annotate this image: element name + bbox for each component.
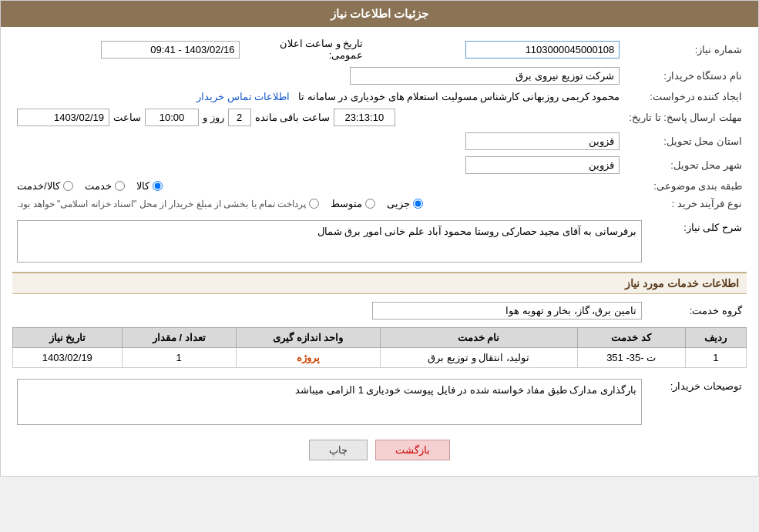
row-category: طبقه بندی موضوعی: کالا/خدمت خدمت کالا	[12, 177, 747, 195]
need-number-value: 1103000045000108	[465, 41, 620, 59]
creator-label: ایجاد کننده درخواست:	[624, 88, 747, 105]
service-group-value: تامین برق، گاز، بخار و تهویه هوا	[372, 302, 642, 320]
org-name-value: شرکت توزیع نیروی برق	[350, 67, 620, 85]
process-jozi[interactable]: جزیی	[387, 198, 423, 209]
process-radio-group: پرداخت تمام یا بخشی از مبلغ خریدار از مح…	[17, 198, 620, 209]
service-group-label: گروه خدمت:	[646, 299, 747, 323]
table-row: 1ت -35- 351تولید، انتقال و توزیع برقپروژ…	[13, 348, 747, 368]
process-motevaset[interactable]: متوسط	[331, 198, 375, 209]
narration-label: شرح کلی نیاز:	[646, 217, 747, 266]
buyer-desc-label: توصیحات خریدار:	[646, 376, 747, 428]
page-header: جزئیات اطلاعات نیاز	[1, 1, 758, 27]
category-label: طبقه بندی موضوعی:	[624, 177, 747, 195]
category-kala[interactable]: کالا	[136, 180, 163, 192]
need-number-label: شماره نیاز:	[624, 35, 747, 64]
col-unit: واحد اندازه گیری	[236, 328, 380, 348]
cell-name: تولید، انتقال و توزیع برق	[380, 348, 577, 368]
cell-unit: پروژه	[236, 348, 380, 368]
category-khedmat[interactable]: خدمت	[85, 180, 125, 192]
services-table-body: 1ت -35- 351تولید، انتقال و توزیع برقپروژ…	[13, 348, 747, 368]
deadline-label: مهلت ارسال پاسخ: تا تاریخ:	[624, 105, 747, 129]
cell-code: ت -35- 351	[577, 348, 685, 368]
col-name: نام خدمت	[380, 328, 577, 348]
cell-date: 1403/02/19	[13, 348, 123, 368]
services-table-head: ردیف کد خدمت نام خدمت واحد اندازه گیری ت…	[13, 328, 747, 348]
back-button[interactable]: بازگشت	[375, 440, 450, 460]
col-date: تاریخ نیاز	[13, 328, 123, 348]
services-table-header-row: ردیف کد خدمت نام خدمت واحد اندازه گیری ت…	[13, 328, 747, 348]
deadline-row: 1403/02/19 ساعت 10:00 روز و 2 ساعت باقی …	[17, 109, 620, 126]
page-wrapper: جزئیات اطلاعات نیاز شماره نیاز: 11030000…	[0, 0, 759, 477]
row-province: استان محل تحویل: قزوین	[12, 129, 747, 153]
button-row: بازگشت چاپ	[12, 440, 747, 460]
deadline-time-label: ساعت	[113, 112, 141, 123]
deadline-time: 10:00	[145, 109, 199, 126]
info-table: شماره نیاز: 1103000045000108 تاریخ و ساع…	[12, 35, 747, 212]
deadline-days-label: روز و	[203, 112, 224, 123]
creator-link[interactable]: اطلاعات تماس خریدار	[196, 91, 290, 102]
province-label: استان محل تحویل:	[624, 129, 747, 153]
row-org-name: نام دستگاه خریدار: شرکت توزیع نیروی برق	[12, 64, 747, 88]
page-title: جزئیات اطلاعات نیاز	[331, 7, 428, 20]
process-label: نوع فرآیند خرید :	[624, 195, 747, 212]
deadline-days: 2	[228, 109, 251, 126]
process-other[interactable]: پرداخت تمام یا بخشی از مبلغ خریدار از مح…	[17, 199, 319, 209]
deadline-remaining: 23:13:10	[334, 109, 395, 126]
row-city: شهر محل تحویل: قزوین	[12, 153, 747, 177]
row-creator: ایجاد کننده درخواست: محمود کریمی روزبهان…	[12, 88, 747, 105]
col-row: ردیف	[685, 328, 746, 348]
category-radio-group: کالا/خدمت خدمت کالا	[17, 180, 620, 192]
service-group-table: گروه خدمت: تامین برق، گاز، بخار و تهویه …	[12, 299, 747, 323]
cell-row: 1	[685, 348, 746, 368]
deadline-date: 1403/02/19	[17, 109, 109, 126]
services-table: ردیف کد خدمت نام خدمت واحد اندازه گیری ت…	[12, 327, 747, 368]
col-count: تعداد / مقدار	[122, 328, 236, 348]
creator-value: محمود کریمی روزبهانی کارشناس مسولیت استع…	[298, 91, 620, 102]
buyer-desc-table: توصیحات خریدار: بارگذاری مدارک طبق مفاد …	[12, 376, 747, 428]
city-label: شهر محل تحویل:	[624, 153, 747, 177]
narration-value[interactable]: برقرسانی به آقای مجید حصارکی روستا محمود…	[17, 220, 642, 263]
col-code: کد خدمت	[577, 328, 685, 348]
print-button[interactable]: چاپ	[309, 440, 368, 460]
row-process: نوع فرآیند خرید : پرداخت تمام یا بخشی از…	[12, 195, 747, 212]
cell-count: 1	[122, 348, 236, 368]
category-kala-khedmat[interactable]: کالا/خدمت	[17, 180, 73, 192]
date-label: تاریخ و ساعت اعلان عمومی:	[244, 35, 368, 64]
row-service-group: گروه خدمت: تامین برق، گاز، بخار و تهویه …	[12, 299, 747, 323]
deadline-remaining-label: ساعت باقی مانده	[255, 112, 330, 123]
services-section-title: اطلاعات خدمات مورد نیاز	[12, 272, 747, 294]
province-value: قزوین	[465, 132, 620, 150]
narration-table: شرح کلی نیاز: برقرسانی به آقای مجید حصار…	[12, 217, 747, 266]
row-narration: شرح کلی نیاز: برقرسانی به آقای مجید حصار…	[12, 217, 747, 266]
date-value: 1403/02/16 - 09:41	[101, 41, 240, 59]
main-content: شماره نیاز: 1103000045000108 تاریخ و ساع…	[1, 27, 758, 476]
city-value: قزوین	[465, 156, 620, 174]
row-buyer-desc: توصیحات خریدار: بارگذاری مدارک طبق مفاد …	[12, 376, 747, 428]
buyer-desc-value[interactable]: بارگذاری مدارک طبق مفاد خواسته شده در فا…	[17, 379, 642, 425]
org-name-label: نام دستگاه خریدار:	[624, 64, 747, 88]
row-need-number: شماره نیاز: 1103000045000108 تاریخ و ساع…	[12, 35, 747, 64]
row-deadline: مهلت ارسال پاسخ: تا تاریخ: 1403/02/19 سا…	[12, 105, 747, 129]
